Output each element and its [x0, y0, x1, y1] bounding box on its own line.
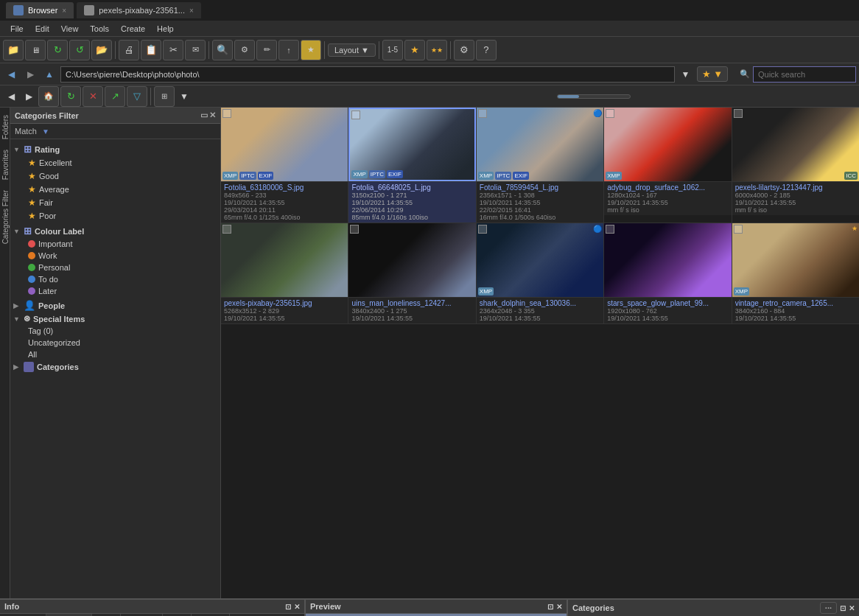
tree-rating-fair[interactable]: ★ Fair	[10, 196, 220, 209]
layout-chevron-icon: ▼	[361, 46, 369, 55]
side-tab-categories-filter[interactable]: Categories Filter	[0, 186, 10, 248]
thumb-cell-1[interactable]: XMP IPTC EXIF Fotolia_63180006_S.jpg 849…	[221, 108, 348, 223]
toolbar-copy-btn[interactable]: 📋	[141, 40, 161, 60]
tree-special-tag[interactable]: Tag (0)	[10, 325, 220, 337]
thumb-cell-7[interactable]: uins_man_loneliness_12427... 3840x2400 -…	[348, 223, 476, 323]
toolbar-newfolder-btn[interactable]: 📂	[91, 40, 112, 60]
categories-more-btn[interactable]: ···	[820, 602, 837, 614]
toolbar-numview-btn[interactable]: 1-5	[382, 40, 403, 60]
tree-special-all[interactable]: All	[10, 349, 220, 360]
thumb-cell-6[interactable]: pexels-pixabay-235615.jpg 5268x3512 - 2 …	[221, 223, 348, 323]
menu-file[interactable]: File	[4, 23, 29, 35]
filter-fwd-btn[interactable]: ▶	[21, 88, 37, 105]
toolbar-email-btn[interactable]: ✉	[185, 40, 206, 60]
categories-expand-btn[interactable]: ⊡	[840, 604, 846, 612]
thumb-check-4[interactable]	[606, 109, 614, 118]
tree-categories-group[interactable]: ▶ Categories	[10, 360, 220, 374]
filter-arrow-btn[interactable]: ↗	[105, 86, 125, 107]
thumb-check-5[interactable]	[734, 109, 743, 118]
thumb-check-6[interactable]	[222, 225, 231, 234]
photo-tab[interactable]: pexels-pixabay-23561... ×	[77, 2, 201, 18]
tree-colour-important[interactable]: Important	[10, 238, 220, 250]
layout-dropdown-btn[interactable]: Layout ▼	[328, 43, 376, 57]
toolbar-edit-btn[interactable]: ✏	[256, 40, 277, 60]
filter-more-btn[interactable]: ▼	[176, 88, 192, 105]
preview-expand-btn[interactable]: ⊡	[547, 603, 553, 611]
fair-label: Fair	[39, 198, 53, 207]
thumb-check-8[interactable]	[478, 225, 487, 234]
toolbar-star2-btn[interactable]: ★	[404, 40, 425, 60]
toolbar-star3-btn[interactable]: ★★	[427, 40, 447, 60]
filter-refresh-btn[interactable]: ↻	[60, 86, 81, 107]
thumb-cell-5[interactable]: ICC pexels-lilartsy-1213447.jpg 6000x400…	[732, 108, 859, 223]
favorites-star-btn[interactable]: ★ ▼	[697, 66, 728, 82]
toolbar-sync-btn[interactable]: ↺	[69, 40, 90, 60]
tree-colour-todo[interactable]: To do	[10, 273, 220, 285]
tree-rating-average[interactable]: ★ Average	[10, 183, 220, 196]
side-tab-folders[interactable]: Folders	[0, 111, 10, 144]
nav-up-btn[interactable]: ▲	[41, 66, 57, 83]
info-expand-btn[interactable]: ⊡	[285, 603, 291, 611]
panel-minimize-btn[interactable]: ▭	[200, 111, 208, 120]
filter-del-btn[interactable]: ✕	[83, 86, 103, 107]
toolbar-batch-btn[interactable]: ⚙	[234, 40, 255, 60]
nav-forward-btn[interactable]: ▶	[22, 66, 38, 83]
filter-back-btn[interactable]: ◀	[3, 88, 19, 105]
thumb-cell-3[interactable]: 🔵 XMP IPTC EXIF Fotolia_78599454_L.jpg 2…	[477, 108, 604, 223]
categories-close-btn[interactable]: ✕	[849, 604, 855, 612]
tree-colour-work[interactable]: Work	[10, 250, 220, 262]
thumb-check-1[interactable]	[222, 109, 231, 118]
panel-close-btn[interactable]: ✕	[209, 111, 216, 120]
filter-grid-btn[interactable]: ⊞	[154, 86, 175, 107]
tree-rating-group[interactable]: ▼ ⊞ Rating	[10, 142, 220, 156]
menu-view[interactable]: View	[55, 23, 85, 35]
toolbar-print-btn[interactable]: 🖨	[119, 40, 139, 60]
tree-colour-later[interactable]: Later	[10, 285, 220, 297]
thumb-check-7[interactable]	[350, 225, 359, 234]
thumb-check-10[interactable]	[734, 225, 743, 234]
nav-back-btn[interactable]: ◀	[3, 66, 19, 83]
zoom-slider[interactable]	[557, 94, 631, 99]
toolbar-publish-btn[interactable]: ↑	[278, 40, 299, 60]
tree-rating-poor[interactable]: ★ Poor	[10, 209, 220, 223]
thumb-check-9[interactable]	[606, 225, 614, 234]
menu-help[interactable]: Help	[151, 23, 180, 35]
toolbar-search-btn[interactable]: 🔍	[212, 40, 233, 60]
toolbar-export-btn[interactable]: ★	[301, 40, 321, 60]
thumb-check-2[interactable]	[351, 111, 360, 119]
toolbar-folder-btn[interactable]: 📁	[3, 40, 24, 60]
info-close-btn[interactable]: ✕	[294, 603, 300, 611]
filter-home-btn[interactable]: 🏠	[38, 86, 59, 107]
toolbar-settings-btn[interactable]: ⚙	[454, 40, 474, 60]
toolbar-help-btn[interactable]: ?	[476, 40, 497, 60]
thumb-check-3[interactable]	[478, 109, 487, 118]
filter-funnel-btn[interactable]: ▽	[127, 86, 147, 107]
match-dropdown[interactable]: ▼	[42, 127, 49, 136]
address-dropdown-btn[interactable]: ▼	[678, 66, 694, 83]
menu-create[interactable]: Create	[115, 23, 151, 35]
thumb-cell-8[interactable]: 🔵 XMP shark_dolphin_sea_130036... 2364x2…	[477, 223, 604, 323]
thumb-cell-9[interactable]: stars_space_glow_planet_99... 1920x1080 …	[604, 223, 732, 323]
thumb-cell-10[interactable]: ★ XMP vintage_retro_camera_1265... 3840x…	[732, 223, 859, 323]
tree-special-uncategorized[interactable]: Uncategorized	[10, 337, 220, 349]
thumb-cell-2[interactable]: XMP IPTC EXIF Fotolia_66648025_L.jpg 315…	[348, 108, 476, 223]
tree-colour-group[interactable]: ▼ ⊞ Colour Label	[10, 224, 220, 238]
tree-rating-excellent[interactable]: ★ Excellent	[10, 156, 220, 169]
menu-tools[interactable]: Tools	[84, 23, 115, 35]
tree-people-group[interactable]: ▶ 👤 People	[10, 298, 220, 312]
address-input[interactable]	[60, 66, 675, 83]
photo-tab-close[interactable]: ×	[189, 7, 194, 15]
menu-edit[interactable]: Edit	[29, 23, 55, 35]
thumb-cell-4[interactable]: XMP adybug_drop_surface_1062... 1280x102…	[604, 108, 732, 223]
toolbar-monitor-btn[interactable]: 🖥	[25, 40, 46, 60]
preview-close-btn[interactable]: ✕	[556, 603, 562, 611]
toolbar-refresh-btn[interactable]: ↻	[47, 40, 68, 60]
toolbar-move-btn[interactable]: ✂	[163, 40, 183, 60]
tree-rating-good[interactable]: ★ Good	[10, 169, 220, 183]
quick-search-input[interactable]	[753, 66, 856, 83]
tree-special-group[interactable]: ▼ ⊛ Special Items	[10, 312, 220, 325]
tree-colour-personal[interactable]: Personal	[10, 262, 220, 273]
side-tab-favorites[interactable]: Favorites	[0, 145, 10, 184]
browser-tab[interactable]: Browser ×	[6, 2, 74, 18]
browser-tab-close[interactable]: ×	[62, 7, 66, 15]
